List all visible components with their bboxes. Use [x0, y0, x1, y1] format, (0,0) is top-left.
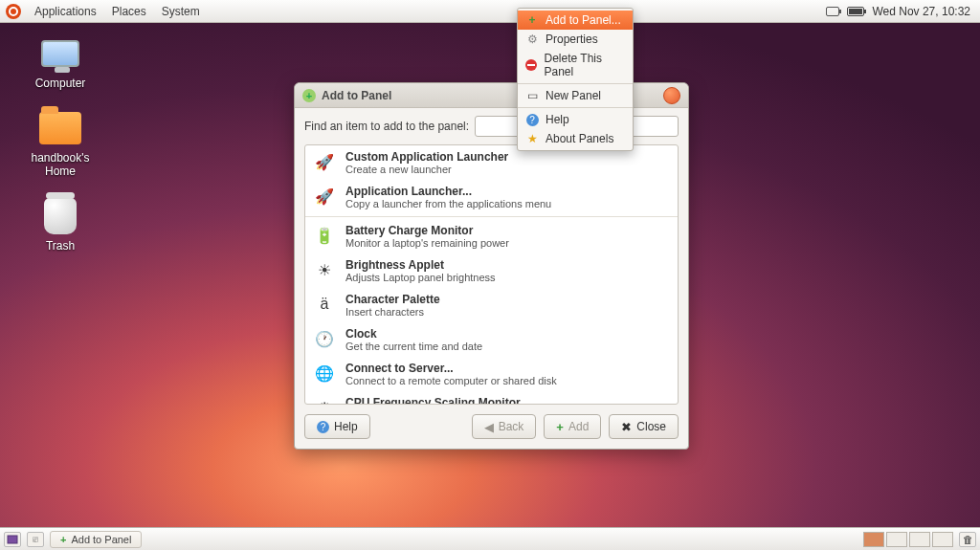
ctx-label: Add to Panel...: [546, 13, 621, 27]
clock-text[interactable]: Wed Nov 27, 10:32: [872, 5, 970, 18]
workspace-1[interactable]: [863, 532, 884, 547]
menu-places[interactable]: Places: [104, 1, 154, 22]
delete-icon: [525, 58, 538, 72]
applet-title: CPU Frequency Scaling Monitor: [345, 396, 521, 404]
applet-desc: Copy a launcher from the applications me…: [345, 198, 551, 209]
ctx-about[interactable]: ★ About Panels: [518, 129, 633, 148]
ctx-label: Properties: [546, 33, 598, 46]
back-button-label: Back: [499, 420, 524, 433]
help-icon: ?: [525, 113, 539, 126]
dialog-close-icon[interactable]: [663, 87, 680, 104]
add-button-label: Add: [568, 420, 589, 433]
applet-desc: Create a new launcher: [345, 164, 508, 175]
ctx-delete-panel[interactable]: Delete This Panel: [518, 49, 633, 81]
task-icon: +: [60, 534, 66, 545]
dialog-title-icon: +: [302, 89, 316, 102]
star-icon: ★: [525, 132, 539, 145]
applet-list: 🚀Custom Application LauncherCreate a new…: [304, 144, 679, 405]
battery-indicator-icon[interactable]: [847, 7, 864, 16]
gear-icon: ⚙: [525, 33, 539, 46]
applet-row[interactable]: 🕐ClockGet the current time and date: [305, 322, 678, 357]
applet-row[interactable]: ⚙CPU Frequency Scaling MonitorMonitor th…: [305, 391, 678, 404]
folder-icon: [39, 112, 81, 144]
top-panel: Applications Places System Wed Nov 27, 1…: [0, 0, 980, 23]
applet-list-scroll[interactable]: 🚀Custom Application LauncherCreate a new…: [305, 145, 678, 404]
ctx-help[interactable]: ? Help: [518, 110, 633, 129]
panel-context-menu: + Add to Panel... ⚙ Properties Delete Th…: [517, 8, 634, 151]
help-button-label: Help: [334, 420, 358, 433]
desktop-icon-computer[interactable]: Computer: [17, 33, 103, 90]
add-button[interactable]: + Add: [544, 414, 601, 439]
applet-icon: ☀: [313, 258, 336, 281]
applet-row[interactable]: äCharacter PaletteInsert characters: [305, 288, 678, 322]
dialog-button-bar: ? Help ◀ Back + Add ✖ Close: [295, 405, 688, 449]
help-icon: ?: [317, 421, 329, 433]
ctx-label: Delete This Panel: [545, 52, 625, 78]
ctx-separator: [518, 83, 633, 84]
help-button[interactable]: ? Help: [304, 414, 370, 439]
dialog-title: Add to Panel: [322, 89, 391, 102]
workspace-switcher[interactable]: [863, 532, 953, 547]
ctx-label: New Panel: [546, 89, 601, 102]
menu-system[interactable]: System: [154, 1, 208, 22]
svg-rect-0: [8, 536, 17, 543]
workspace-3[interactable]: [909, 532, 930, 547]
close-button-label: Close: [636, 420, 666, 433]
trash-icon: 🗑: [963, 534, 973, 545]
applet-icon: 🌐: [313, 362, 336, 385]
applet-title: Character Palette: [345, 293, 440, 306]
plus-icon: +: [525, 13, 539, 27]
chevron-left-icon: ⎚: [33, 534, 38, 544]
applet-icon: ä: [313, 293, 336, 316]
applet-row[interactable]: 🔋Battery Charge MonitorMonitor a laptop'…: [305, 219, 678, 253]
computer-icon: [41, 40, 79, 67]
workspace-2[interactable]: [886, 532, 907, 547]
find-label: Find an item to add to the panel:: [304, 120, 469, 133]
applet-icon: 🔋: [313, 224, 336, 247]
desktop-icon-home[interactable]: handbook's Home: [17, 107, 103, 178]
plus-icon: +: [556, 420, 564, 434]
applet-title: Clock: [345, 327, 482, 341]
ctx-properties[interactable]: ⚙ Properties: [518, 30, 633, 49]
ubuntu-logo-icon[interactable]: [6, 4, 21, 19]
close-icon: ✖: [621, 420, 632, 434]
desktop-icons: Computer handbook's Home Trash: [17, 33, 103, 253]
applet-desc: Connect to a remote computer or shared d…: [345, 375, 557, 386]
applet-desc: Adjusts Laptop panel brightness: [345, 272, 496, 283]
applet-title: Brightness Applet: [345, 258, 496, 272]
applet-row[interactable]: 🌐Connect to Server...Connect to a remote…: [305, 357, 678, 391]
applet-row[interactable]: 🚀Application Launcher...Copy a launcher …: [305, 180, 678, 214]
taskbar-item-add-to-panel[interactable]: + Add to Panel: [50, 531, 142, 548]
close-button[interactable]: ✖ Close: [609, 414, 679, 439]
applet-icon: 🚀: [313, 185, 336, 208]
applet-row[interactable]: ☀Brightness AppletAdjusts Laptop panel b…: [305, 253, 678, 288]
trash-icon: [44, 198, 77, 234]
ctx-new-panel[interactable]: ▭ New Panel: [518, 86, 633, 105]
applet-icon: ⚙: [313, 396, 336, 404]
desktop-label: handbook's Home: [17, 151, 103, 178]
applet-desc: Insert characters: [345, 306, 440, 318]
show-desktop-button[interactable]: [4, 532, 21, 547]
new-panel-icon: ▭: [525, 89, 539, 102]
ctx-add-to-panel[interactable]: + Add to Panel...: [518, 11, 633, 30]
trash-applet[interactable]: 🗑: [959, 532, 976, 547]
system-tray: Wed Nov 27, 10:32: [826, 5, 976, 18]
back-button[interactable]: ◀ Back: [472, 414, 537, 439]
task-label: Add to Panel: [71, 534, 131, 545]
applet-desc: Monitor a laptop's remaining power: [345, 237, 509, 249]
desktop-icon-trash[interactable]: Trash: [17, 195, 103, 253]
applet-title: Application Launcher...: [345, 185, 551, 198]
ctx-label: About Panels: [546, 132, 613, 145]
back-icon: ◀: [484, 420, 494, 434]
menu-applications[interactable]: Applications: [27, 1, 104, 22]
applet-title: Connect to Server...: [345, 362, 557, 375]
window-list-button[interactable]: ⎚: [27, 532, 44, 547]
desktop-label: Computer: [35, 77, 86, 90]
applet-desc: Get the current time and date: [345, 341, 482, 352]
workspace-4[interactable]: [932, 532, 953, 547]
show-desktop-icon: [7, 535, 18, 544]
applet-icon: 🕐: [313, 327, 336, 350]
mail-indicator-icon[interactable]: [826, 7, 839, 16]
ctx-label: Help: [546, 113, 569, 126]
bottom-panel: ⎚ + Add to Panel 🗑: [0, 527, 980, 550]
